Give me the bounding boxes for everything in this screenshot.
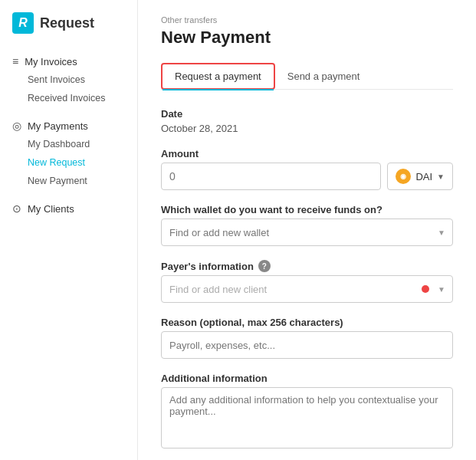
sidebar-section-clients-label: My Clients (28, 203, 74, 215)
sidebar: R Request ≡ My Invoices Sent Invoices Re… (0, 0, 138, 460)
invoices-icon: ≡ (12, 55, 18, 67)
payer-label: Payer's information ? (161, 260, 453, 272)
wallet-section: Which wallet do you want to receive fund… (161, 204, 453, 246)
sidebar-section-payments-label: My Payments (28, 120, 88, 132)
sidebar-section-invoices-header[interactable]: ≡ My Invoices (0, 49, 137, 71)
date-label: Date (161, 108, 453, 120)
amount-section: Amount ◉ DAI ▼ (161, 148, 453, 190)
reason-label: Reason (optional, max 256 characters) (161, 317, 453, 328)
wallet-input[interactable] (161, 219, 453, 246)
breadcrumb: Other transfers (161, 15, 453, 25)
amount-label: Amount (161, 148, 453, 159)
sidebar-section-payments-header[interactable]: ◎ My Payments (0, 113, 137, 135)
tab-request-payment[interactable]: Request a payment (161, 63, 275, 90)
sidebar-item-received-invoices[interactable]: Received Invoices (0, 89, 137, 107)
currency-name: DAI (415, 171, 432, 182)
additional-textarea[interactable] (161, 387, 453, 449)
currency-selector[interactable]: ◉ DAI ▼ (387, 163, 453, 190)
sidebar-section-invoices: ≡ My Invoices Sent Invoices Received Inv… (0, 49, 137, 107)
payer-help-icon[interactable]: ? (258, 260, 271, 272)
additional-label: Additional information (161, 373, 453, 384)
reason-input[interactable] (161, 331, 453, 359)
wallet-dropdown-wrapper: ▼ (161, 219, 453, 246)
payer-alert-dot (422, 285, 429, 293)
sidebar-section-payments: ◎ My Payments My Dashboard New Request N… (0, 113, 137, 190)
sidebar-section-invoices-label: My Invoices (25, 56, 77, 67)
sidebar-item-sent-invoices[interactable]: Sent Invoices (0, 71, 137, 89)
amount-input[interactable] (161, 163, 381, 190)
date-value: October 28, 2021 (161, 123, 453, 134)
sidebar-section-clients-header[interactable]: ⊙ My Clients (0, 196, 137, 218)
sidebar-item-new-payment[interactable]: New Payment (0, 172, 137, 190)
tab-send-payment[interactable]: Send a payment (275, 63, 373, 89)
sidebar-item-my-dashboard[interactable]: My Dashboard (0, 135, 137, 153)
date-section: Date October 28, 2021 (161, 108, 453, 134)
amount-row: ◉ DAI ▼ (161, 163, 453, 190)
sidebar-item-new-request[interactable]: New Request (0, 153, 137, 172)
sidebar-section-clients: ⊙ My Clients (0, 196, 137, 218)
clients-icon: ⊙ (12, 202, 21, 215)
reason-section: Reason (optional, max 256 characters) (161, 317, 453, 359)
dai-icon: ◉ (396, 169, 411, 184)
payments-icon: ◎ (12, 120, 21, 132)
page-title: New Payment (161, 28, 453, 48)
wallet-label: Which wallet do you want to receive fund… (161, 204, 453, 215)
currency-chevron-icon: ▼ (437, 172, 445, 181)
main-content: Other transfers New Payment Request a pa… (138, 0, 476, 460)
tabs: Request a payment Send a payment (161, 63, 453, 90)
logo: R Request (0, 12, 137, 49)
payer-dropdown-wrapper: Find or add new client ▼ (161, 275, 453, 303)
payer-input-row[interactable]: Find or add new client (161, 275, 453, 303)
logo-icon: R (12, 12, 34, 34)
payer-placeholder: Find or add new client (169, 284, 417, 295)
logo-text: Request (40, 15, 94, 31)
payer-section: Payer's information ? Find or add new cl… (161, 260, 453, 303)
additional-section: Additional information (161, 373, 453, 451)
